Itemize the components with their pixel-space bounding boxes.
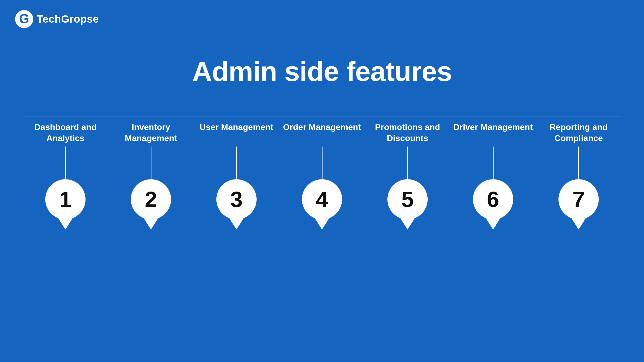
- feature-triangle-3: [229, 218, 244, 230]
- feature-number-3: 3: [230, 188, 243, 210]
- feature-pin-6: 6: [473, 179, 513, 230]
- feature-item-3: User Management 3: [194, 116, 279, 230]
- feature-bubble-3: 3: [216, 179, 257, 219]
- feature-vline-4: [322, 147, 323, 179]
- feature-triangle-4: [315, 218, 329, 230]
- feature-pin-2: 2: [131, 179, 171, 230]
- feature-number-5: 5: [401, 188, 414, 210]
- feature-label-2: Inventory Management: [108, 121, 194, 147]
- feature-label-section-3: User Management: [194, 116, 279, 147]
- feature-label-section-7: Reporting and Compliance: [536, 116, 621, 147]
- feature-vline-5: [407, 147, 408, 179]
- feature-label-section-6: Driver Management: [450, 116, 536, 147]
- feature-number-7: 7: [573, 188, 585, 210]
- feature-pin-7: 7: [558, 179, 599, 230]
- feature-item-1: Dashboard and Analytics 1: [23, 116, 108, 230]
- feature-triangle-2: [144, 218, 158, 230]
- feature-bubble-7: 7: [558, 179, 599, 219]
- feature-label-4: Order Management: [283, 121, 361, 147]
- feature-pin-5: 5: [387, 179, 428, 230]
- feature-vline-6: [493, 147, 494, 179]
- feature-label-section-1: Dashboard and Analytics: [23, 116, 108, 147]
- feature-hline-5: [365, 116, 450, 116]
- feature-pin-3: 3: [216, 179, 257, 230]
- feature-label-section-2: Inventory Management: [108, 116, 194, 147]
- feature-triangle-7: [572, 218, 586, 230]
- feature-triangle-6: [486, 218, 500, 230]
- feature-pin-1: 1: [45, 179, 86, 230]
- feature-hline-3: [194, 116, 279, 116]
- feature-label-7: Reporting and Compliance: [536, 121, 621, 147]
- feature-item-4: Order Management 4: [279, 116, 365, 230]
- feature-label-1: Dashboard and Analytics: [23, 121, 108, 147]
- logo-area: G TechGropse: [15, 10, 99, 28]
- feature-vline-1: [65, 147, 66, 179]
- feature-number-4: 4: [316, 188, 328, 210]
- feature-vline-3: [236, 147, 237, 179]
- feature-hline-1: [23, 116, 108, 116]
- features-row: Dashboard and Analytics 1 Inventory Mana…: [0, 116, 644, 230]
- feature-triangle-1: [58, 218, 72, 230]
- feature-pin-4: 4: [302, 179, 342, 230]
- feature-number-1: 1: [59, 188, 72, 210]
- feature-bubble-5: 5: [387, 179, 428, 219]
- feature-vline-7: [578, 147, 579, 179]
- feature-hline-2: [108, 116, 194, 116]
- feature-hline-7: [536, 116, 621, 116]
- svg-text:G: G: [19, 11, 29, 26]
- page-title: Admin side features: [0, 55, 644, 87]
- feature-item-6: Driver Management 6: [450, 116, 536, 230]
- feature-triangle-5: [400, 218, 415, 230]
- feature-item-7: Reporting and Compliance 7: [536, 116, 621, 230]
- feature-label-section-5: Promotions and Discounts: [365, 116, 450, 147]
- feature-vline-2: [151, 147, 151, 179]
- feature-label-3: User Management: [200, 121, 273, 147]
- feature-bubble-1: 1: [45, 179, 86, 219]
- feature-label-6: Driver Management: [453, 121, 533, 147]
- feature-number-6: 6: [487, 188, 499, 210]
- feature-number-2: 2: [145, 188, 157, 210]
- logo-text: TechGropse: [37, 13, 99, 25]
- feature-bubble-2: 2: [131, 179, 171, 219]
- feature-bubble-6: 6: [473, 179, 513, 219]
- feature-item-2: Inventory Management 2: [108, 116, 194, 230]
- feature-hline-6: [450, 116, 536, 116]
- feature-label-section-4: Order Management: [279, 116, 365, 147]
- feature-label-5: Promotions and Discounts: [365, 121, 450, 147]
- feature-item-5: Promotions and Discounts 5: [365, 116, 450, 230]
- feature-bubble-4: 4: [302, 179, 342, 219]
- techgropse-logo-icon: G: [15, 10, 33, 28]
- feature-hline-4: [279, 116, 365, 116]
